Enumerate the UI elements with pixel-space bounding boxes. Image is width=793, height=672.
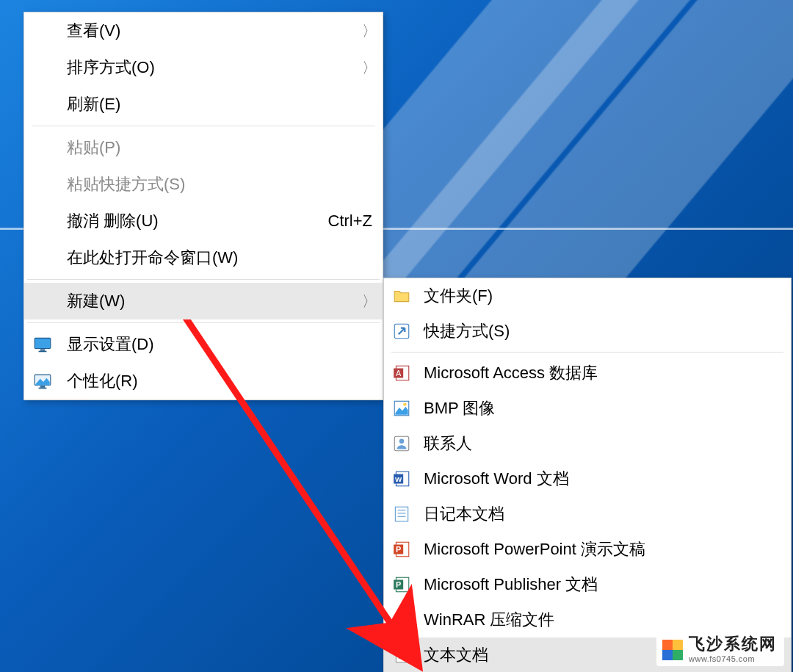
shortcut-icon: [391, 320, 412, 342]
watermark-title: 飞沙系统网: [689, 636, 777, 652]
chevron-right-icon: 〉: [362, 21, 372, 41]
menu-item-sort[interactable]: 排序方式(O) 〉: [24, 49, 383, 86]
chevron-right-icon: 〉: [362, 292, 372, 311]
submenu-item-shortcut[interactable]: 快捷方式(S): [384, 314, 791, 349]
menu-item-undo-delete[interactable]: 撤消 删除(U) Ctrl+Z: [24, 203, 383, 239]
submenu-item-folder[interactable]: 文件夹(F): [384, 278, 791, 314]
svg-text:W: W: [395, 475, 402, 483]
svg-point-13: [399, 439, 405, 444]
watermark-logo-icon: [662, 640, 683, 660]
menu-label: 新建(W): [67, 290, 347, 312]
menu-label: 快捷方式(S): [424, 320, 781, 342]
new-submenu: 文件夹(F) 快捷方式(S) A Microsoft Access 数据库: [383, 278, 792, 672]
menu-item-refresh[interactable]: 刷新(E): [24, 86, 383, 123]
spacer-icon: [32, 93, 54, 115]
menu-label: Microsoft Access 数据库: [424, 362, 781, 384]
menu-separator: [391, 352, 783, 353]
desktop-context-menu: 查看(V) 〉 排序方式(O) 〉 刷新(E) 粘贴(P) 粘贴快捷方式(S) …: [23, 12, 383, 400]
menu-item-new[interactable]: 新建(W) 〉: [24, 283, 383, 319]
spacer-icon: [32, 57, 54, 79]
menu-item-paste: 粘贴(P): [24, 129, 383, 166]
menu-label: 显示设置(D): [67, 333, 372, 355]
menu-label: 在此处打开命令窗口(W): [67, 247, 372, 269]
submenu-item-journal[interactable]: 日记本文档: [384, 496, 791, 532]
menu-label: WinRAR 压缩文件: [424, 609, 781, 631]
svg-rect-0: [35, 338, 51, 348]
menu-item-view[interactable]: 查看(V) 〉: [24, 12, 383, 49]
publisher-icon: P: [391, 574, 412, 596]
menu-item-open-cmd[interactable]: 在此处打开命令窗口(W): [24, 239, 383, 276]
personalize-icon: [32, 370, 54, 392]
menu-label: 个性化(R): [67, 370, 372, 392]
word-icon: W: [391, 468, 412, 490]
access-icon: A: [391, 362, 412, 384]
menu-shortcut: Ctrl+Z: [328, 212, 373, 231]
submenu-item-publisher[interactable]: P Microsoft Publisher 文档: [384, 567, 791, 602]
chevron-right-icon: 〉: [362, 58, 372, 78]
desktop-background[interactable]: 查看(V) 〉 排序方式(O) 〉 刷新(E) 粘贴(P) 粘贴快捷方式(S) …: [0, 0, 793, 672]
svg-text:P: P: [396, 580, 401, 589]
menu-item-personalize[interactable]: 个性化(R): [24, 363, 383, 400]
menu-label: 文件夹(F): [424, 285, 781, 307]
menu-item-paste-shortcut: 粘贴快捷方式(S): [24, 166, 383, 203]
menu-label: Microsoft PowerPoint 演示文稿: [424, 538, 781, 560]
bmp-icon: [391, 397, 412, 419]
svg-rect-5: [39, 388, 47, 389]
menu-separator: [27, 279, 380, 280]
svg-text:A: A: [396, 369, 402, 377]
menu-label: 粘贴(P): [67, 137, 372, 159]
menu-separator: [27, 322, 380, 323]
menu-label: Microsoft Publisher 文档: [424, 574, 781, 596]
submenu-item-access[interactable]: A Microsoft Access 数据库: [384, 355, 791, 391]
spacer-icon: [32, 137, 54, 159]
winrar-icon: [391, 609, 412, 631]
text-icon: [391, 644, 412, 666]
submenu-item-powerpoint[interactable]: P Microsoft PowerPoint 演示文稿: [384, 532, 791, 567]
spacer-icon: [32, 173, 54, 195]
watermark: 飞沙系统网 www.fs0745.com: [656, 632, 784, 666]
menu-label: 排序方式(O): [67, 57, 347, 79]
watermark-url: www.fs0745.com: [689, 655, 777, 663]
menu-label: 撤消 删除(U): [67, 210, 306, 232]
menu-label: 日记本文档: [424, 503, 781, 525]
svg-rect-30: [396, 648, 407, 662]
svg-rect-17: [395, 507, 408, 521]
svg-rect-4: [40, 386, 46, 388]
menu-label: 联系人: [424, 433, 781, 455]
menu-label: BMP 图像: [424, 397, 781, 419]
menu-item-display-settings[interactable]: 显示设置(D): [24, 326, 383, 363]
svg-rect-29: [400, 613, 403, 626]
spacer-icon: [32, 247, 54, 269]
menu-label: Microsoft Word 文档: [424, 468, 781, 490]
powerpoint-icon: P: [391, 538, 412, 560]
contact-icon: [391, 433, 412, 455]
folder-icon: [391, 285, 412, 307]
spacer-icon: [32, 210, 54, 232]
svg-point-11: [403, 402, 406, 405]
journal-icon: [391, 503, 412, 525]
spacer-icon: [32, 290, 54, 312]
display-settings-icon: [32, 333, 54, 355]
svg-rect-1: [40, 350, 46, 351]
submenu-item-contact[interactable]: 联系人: [384, 426, 791, 461]
menu-label: 粘贴快捷方式(S): [67, 173, 372, 195]
svg-text:P: P: [396, 545, 401, 554]
menu-label: 查看(V): [67, 20, 347, 42]
spacer-icon: [32, 20, 54, 42]
svg-rect-2: [39, 351, 47, 353]
submenu-item-bmp[interactable]: BMP 图像: [384, 391, 791, 426]
menu-separator: [32, 126, 375, 126]
menu-label: 刷新(E): [67, 93, 372, 115]
submenu-item-word[interactable]: W Microsoft Word 文档: [384, 461, 791, 496]
